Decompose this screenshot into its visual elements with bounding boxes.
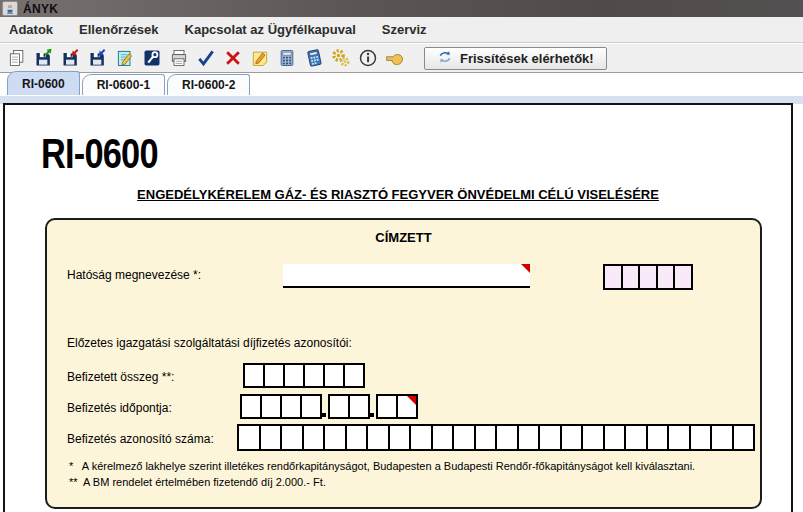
char-box[interactable] — [431, 424, 455, 451]
form-page-panel: RI-0600 ENGEDÉLYKÉRELEM GÁZ- ÉS RIASZTÓ … — [3, 103, 793, 512]
char-box[interactable] — [376, 394, 398, 419]
char-box[interactable] — [260, 394, 282, 419]
code-box[interactable] — [673, 264, 693, 290]
updates-available-label: Frissítések elérhetők! — [460, 51, 594, 66]
title-bar[interactable]: ÁNYK — [0, 0, 803, 17]
authority-name-input[interactable] — [283, 264, 530, 288]
updates-available-button[interactable]: Frissítések elérhetők! — [424, 47, 607, 70]
payment-id-boxes — [237, 424, 755, 451]
char-box[interactable] — [667, 424, 691, 451]
date-separator-dot — [322, 413, 326, 417]
required-marker — [521, 264, 530, 273]
char-box[interactable] — [624, 424, 648, 451]
char-box[interactable] — [280, 424, 304, 451]
char-box[interactable] — [323, 363, 345, 388]
char-box[interactable] — [280, 394, 302, 419]
date-month-boxes — [328, 394, 370, 419]
tab-ri-0600-1[interactable]: RI-0600-1 — [82, 74, 165, 95]
menu-szerviz[interactable]: Szerviz — [382, 22, 427, 37]
char-box[interactable] — [517, 424, 541, 451]
save-as-form-icon[interactable] — [86, 47, 109, 70]
calculator-icon[interactable] — [275, 47, 298, 70]
tab-label: RI-0600 — [22, 77, 65, 91]
info-icon[interactable] — [356, 47, 379, 70]
payment-date-boxes — [240, 394, 418, 419]
cimzett-section-box: CÍMZETT Hatóság megnevezése *: Előzetes … — [45, 218, 762, 509]
char-box[interactable] — [581, 424, 605, 451]
char-box[interactable] — [302, 424, 326, 451]
char-box[interactable] — [388, 424, 412, 451]
form-tab-strip: RI-0600 RI-0600-1 RI-0600-2 — [0, 72, 803, 95]
char-box[interactable] — [259, 424, 283, 451]
tab-label: RI-0600-2 — [182, 78, 235, 92]
char-box[interactable] — [452, 424, 476, 451]
load-form-icon[interactable] — [32, 47, 55, 70]
amount-boxes — [243, 363, 365, 388]
note-pencil-icon[interactable] — [248, 47, 271, 70]
char-box[interactable] — [283, 363, 305, 388]
payment-id-label: Befizetés azonosító száma: — [67, 432, 214, 446]
edit-data-icon[interactable] — [113, 47, 136, 70]
char-box[interactable] — [323, 424, 347, 451]
calculator-alt-icon[interactable] — [302, 47, 325, 70]
char-box[interactable] — [710, 424, 734, 451]
anyk-window: ÁNYK Adatok Ellenőrzések Kapcsolat az Üg… — [0, 0, 803, 512]
settings-wrench-icon[interactable] — [140, 47, 163, 70]
authority-label: Hatóság megnevezése *: — [67, 268, 201, 282]
authority-code-boxes — [603, 264, 693, 290]
char-box[interactable] — [240, 394, 262, 419]
form-code-heading: RI-0600 — [41, 129, 158, 178]
hand-pointer-icon[interactable] — [383, 47, 406, 70]
delete-x-icon[interactable] — [221, 47, 244, 70]
tab-label: RI-0600-1 — [97, 78, 150, 92]
print-icon[interactable] — [167, 47, 190, 70]
amount-label: Befizetett összeg **: — [67, 370, 174, 384]
char-box[interactable] — [237, 424, 261, 451]
char-box[interactable] — [538, 424, 562, 451]
char-box[interactable] — [603, 424, 627, 451]
char-box[interactable] — [300, 394, 322, 419]
toolbar: Frissítések elérhetők! — [0, 43, 803, 73]
char-box[interactable] — [495, 424, 519, 451]
footnote-2: ** A BM rendelet értelmében fizetendő dí… — [69, 476, 326, 488]
save-form-icon[interactable] — [59, 47, 82, 70]
char-box[interactable] — [732, 424, 756, 451]
menu-ugyfelkapu[interactable]: Kapcsolat az Ügyfélkapuval — [185, 22, 356, 37]
char-box[interactable] — [343, 363, 365, 388]
required-marker — [407, 396, 416, 405]
form-title: ENGEDÉLYKÉRELEM GÁZ- ÉS RIASZTÓ FEGYVER … — [5, 187, 791, 202]
char-box[interactable] — [560, 424, 584, 451]
char-box[interactable] — [409, 424, 433, 451]
char-box[interactable] — [474, 424, 498, 451]
check-ok-icon[interactable] — [194, 47, 217, 70]
footnote-1: * A kérelmező lakhelye szerint illetékes… — [69, 460, 695, 472]
char-box[interactable] — [689, 424, 713, 451]
tab-ri-0600[interactable]: RI-0600 — [7, 71, 80, 95]
payment-date-label: Befizetés időpontja: — [67, 401, 172, 415]
fee-section-label: Előzetes igazgatási szolgáltatási díjfiz… — [67, 336, 352, 350]
sync-arrows-icon — [437, 49, 453, 68]
menu-ellenorzesek[interactable]: Ellenőrzések — [79, 22, 159, 37]
copy-icon[interactable] — [5, 47, 28, 70]
menu-bar: Adatok Ellenőrzések Kapcsolat az Ügyfélk… — [0, 17, 803, 43]
char-box[interactable] — [646, 424, 670, 451]
window-title: ÁNYK — [23, 2, 58, 16]
date-year-boxes — [240, 394, 322, 419]
gears-icon[interactable] — [329, 47, 352, 70]
char-box[interactable] — [328, 394, 350, 419]
menu-adatok[interactable]: Adatok — [9, 22, 53, 37]
java-app-icon — [2, 1, 18, 16]
date-separator-dot — [370, 413, 374, 417]
char-box[interactable] — [348, 394, 370, 419]
char-box[interactable] — [303, 363, 325, 388]
char-box[interactable] — [366, 424, 390, 451]
char-box[interactable] — [263, 363, 285, 388]
section-header: CÍMZETT — [47, 230, 760, 245]
char-box[interactable] — [345, 424, 369, 451]
tab-ri-0600-2[interactable]: RI-0600-2 — [167, 74, 250, 95]
char-box[interactable] — [243, 363, 265, 388]
